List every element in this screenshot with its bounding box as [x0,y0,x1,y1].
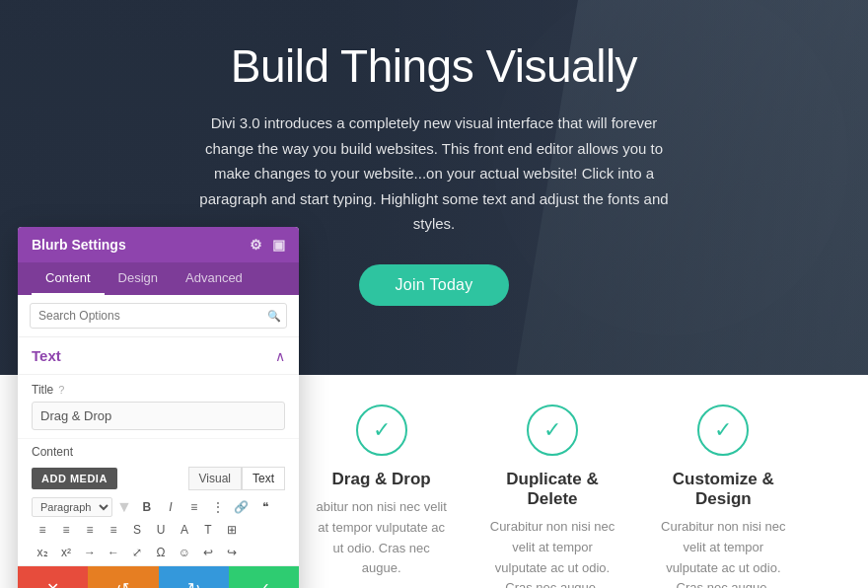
save-button[interactable]: ✓ [229,566,299,588]
search-input[interactable] [30,303,287,329]
visual-tab[interactable]: Visual [188,467,242,490]
text-color-button[interactable]: A [174,520,195,540]
settings-icon[interactable]: ⚙ [250,237,262,253]
redo-footer-button[interactable]: ↻ [159,566,229,588]
undo-footer-button[interactable]: ↺ [88,566,158,588]
feature-drag-drop-title: Drag & Drop [332,470,431,489]
paragraph-select[interactable]: Paragraph [32,497,112,517]
align-center-button[interactable]: ≡ [55,520,77,540]
bold-button[interactable]: B [136,497,158,517]
chevron-up-icon[interactable]: ∧ [275,348,285,364]
blurb-panel-title: Blurb Settings [32,237,126,253]
blurb-body: Text ∧ Title ? Content ADD MEDIA Visual … [18,337,299,566]
blurb-header-icons: ⚙ ▣ [250,237,285,253]
underline-button[interactable]: U [150,520,172,540]
cancel-button[interactable]: ✕ [18,566,88,588]
blurb-panel-header: Blurb Settings ⚙ ▣ [18,227,299,262]
text-section-label: Text [32,347,61,364]
feature-customize-design: ✓ Customize & Design Curabitur non nisi … [638,404,809,588]
search-bar [18,295,299,337]
feature-duplicate-delete-desc: Curabitur non nisi nec velit at tempor v… [484,517,619,588]
align-justify-button[interactable]: ≡ [103,520,124,540]
indent-out-button[interactable]: ← [103,543,124,562]
feature-customize-design-desc: Curabitur non nisi nec velit at tempor v… [656,517,791,588]
toolbar-row-3: x₂ x² → ← ⤢ Ω ☺ ↩ ↪ [32,543,285,562]
strikethrough-button[interactable]: S [126,520,148,540]
feature-drag-drop: ✓ Drag & Drop abitur non nisi nec velit … [296,404,467,579]
feature-customize-design-title: Customize & Design [656,470,791,509]
tab-design[interactable]: Design [105,262,172,295]
title-help-icon[interactable]: ? [58,384,64,396]
indent-in-button[interactable]: → [79,543,101,562]
content-label: Content [18,439,299,463]
align-left-button[interactable]: ≡ [32,520,53,540]
feature-drag-drop-desc: abitur non nisi nec velit at tempor vulp… [314,497,449,579]
drag-drop-icon: ✓ [356,404,407,456]
add-media-button[interactable]: ADD MEDIA [32,468,117,489]
hero-title: Build Things Visually [197,39,671,93]
separator-icon: ▼ [116,498,132,516]
editor-top-toolbar: ADD MEDIA Visual Text [18,463,299,494]
ordered-list-button[interactable]: ⋮ [207,497,229,517]
title-field-row: Title ? [18,375,299,439]
text-tab[interactable]: Text [242,467,285,490]
editor-toolbar: Paragraph ▼ B I ≡ ⋮ 🔗 ❝ ≡ ≡ ≡ ≡ S U A T … [18,494,299,566]
blurb-tabs: Content Design Advanced [18,262,299,295]
align-right-button[interactable]: ≡ [79,520,101,540]
undo-button[interactable]: ↩ [197,543,219,562]
toolbar-row-1: Paragraph ▼ B I ≡ ⋮ 🔗 ❝ [32,497,285,517]
paste-text-button[interactable]: T [197,520,219,540]
join-today-button[interactable]: Join Today [359,264,508,306]
text-section-header: Text ∧ [18,337,299,375]
special-char-button[interactable]: Ω [150,543,172,562]
customize-design-icon: ✓ [697,404,749,456]
emoji-button[interactable]: ☺ [174,543,195,562]
blurb-settings-panel: Blurb Settings ⚙ ▣ Content Design Advanc… [18,227,299,588]
expand-icon[interactable]: ▣ [272,237,285,253]
visual-text-tabs: Visual Text [188,467,285,490]
toolbar-row-2: ≡ ≡ ≡ ≡ S U A T ⊞ [32,520,285,540]
title-field-input[interactable] [32,402,285,430]
superscript-button[interactable]: x² [55,543,77,562]
indent-button[interactable]: ⊞ [221,520,243,540]
search-field-wrapper [30,303,287,329]
panel-footer: ✕ ↺ ↻ ✓ [18,566,299,588]
hero-subtitle: Divi 3.0 introduces a completely new vis… [197,110,671,237]
blockquote-button[interactable]: ❝ [254,497,276,517]
subscript-button[interactable]: x₂ [32,543,53,562]
title-field-label: Title ? [32,383,285,397]
tab-content[interactable]: Content [32,262,105,295]
feature-duplicate-delete: ✓ Duplicate & Delete Curabitur non nisi … [467,404,637,588]
unordered-list-button[interactable]: ≡ [183,497,205,517]
fullscreen-button[interactable]: ⤢ [126,543,148,562]
redo-button[interactable]: ↪ [221,543,243,562]
link-button[interactable]: 🔗 [231,497,253,517]
italic-button[interactable]: I [160,497,181,517]
tab-advanced[interactable]: Advanced [172,262,256,295]
feature-duplicate-delete-title: Duplicate & Delete [484,470,619,509]
duplicate-delete-icon: ✓ [527,404,578,456]
